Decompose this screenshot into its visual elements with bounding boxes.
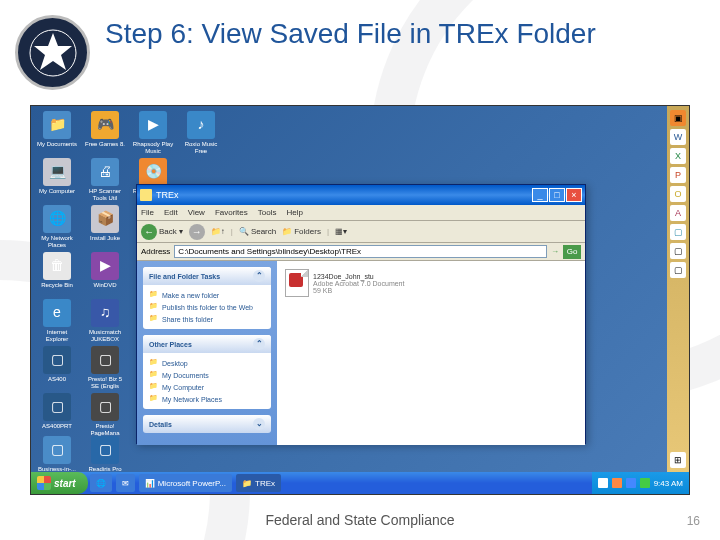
menu-item[interactable]: Edit xyxy=(164,208,178,217)
close-button[interactable]: × xyxy=(566,188,582,202)
place-link[interactable]: 📁Desktop xyxy=(149,357,265,369)
tray-icon[interactable] xyxy=(598,478,608,488)
desktop-screenshot: 📁My Documents🎮Free Games 8.▶Rhapsody Pla… xyxy=(30,105,690,495)
desktop-icon[interactable]: 🖨HP Scanner Tools Util xyxy=(84,158,126,201)
toolbar: ←Back ▾ → 📁↑ | 🔍Search 📁Folders | ▦▾ xyxy=(137,221,585,243)
desktop-icon[interactable]: 📦Install Juke xyxy=(84,205,126,242)
tray-icon[interactable] xyxy=(612,478,622,488)
window-title: TREx xyxy=(156,190,179,200)
slide-footer: Federal and State Compliance xyxy=(0,512,720,528)
app-icon[interactable]: ▢ xyxy=(670,262,686,278)
windows-icon xyxy=(37,476,51,490)
desktop-icon[interactable]: ▢Business-in-... xyxy=(36,436,78,473)
go-button[interactable]: Go xyxy=(563,245,581,259)
folders-button[interactable]: 📁Folders xyxy=(282,227,321,236)
desktop-icon[interactable]: eInternet Explorer xyxy=(36,299,78,342)
file-type: Adobe Acrobat 7.0 Document xyxy=(313,280,404,287)
excel-icon[interactable]: X xyxy=(670,148,686,164)
panel-header-details[interactable]: Details⌄ xyxy=(143,415,271,433)
clock[interactable]: 9:43 AM xyxy=(654,479,683,488)
menu-item[interactable]: Help xyxy=(286,208,302,217)
desktop-icon[interactable]: ▢AS400PRT xyxy=(36,393,78,430)
office-shortcut-bar: ▣ W X P O A ▢ ▢ ▢ ⊞ xyxy=(667,106,689,474)
file-item[interactable]: 1234Doe_John_stu Adobe Acrobat 7.0 Docum… xyxy=(285,269,577,297)
desktop-icon[interactable]: ▢Presto! PageMana xyxy=(84,393,126,436)
back-button[interactable]: ←Back ▾ xyxy=(141,224,183,240)
forward-button[interactable]: → xyxy=(189,224,205,240)
maximize-button[interactable]: □ xyxy=(549,188,565,202)
place-link[interactable]: 📁My Computer xyxy=(149,381,265,393)
taskbar-item[interactable]: 📁TREx xyxy=(236,474,281,492)
desktop-icon[interactable]: 🎮Free Games 8. xyxy=(84,111,126,148)
desktop-icon[interactable]: ▢Readiris Pro xyxy=(84,436,126,473)
search-button[interactable]: 🔍Search xyxy=(239,227,276,236)
views-button[interactable]: ▦▾ xyxy=(335,227,347,236)
outlook-icon[interactable]: O xyxy=(670,186,686,202)
address-label: Address xyxy=(141,247,170,256)
taskbar: start 🌐 ✉ 📊Microsoft PowerP... 📁TREx 9:4… xyxy=(31,472,689,494)
start-button[interactable]: start xyxy=(31,472,88,494)
ms-icon[interactable]: ⊞ xyxy=(670,452,686,468)
word-icon[interactable]: W xyxy=(670,129,686,145)
file-list[interactable]: 1234Doe_John_stu Adobe Acrobat 7.0 Docum… xyxy=(277,261,585,445)
pdf-icon xyxy=(285,269,309,297)
explorer-window: TREx _ □ × FileEditViewFavoritesToolsHel… xyxy=(136,184,586,444)
quick-launch-icon[interactable]: ✉ xyxy=(116,474,135,492)
menu-item[interactable]: File xyxy=(141,208,154,217)
file-size: 59 KB xyxy=(313,287,404,294)
office-icon[interactable]: ▣ xyxy=(670,110,686,126)
tray-icon[interactable] xyxy=(626,478,636,488)
up-button[interactable]: 📁↑ xyxy=(211,227,225,236)
task-link[interactable]: 📁Share this folder xyxy=(149,313,265,325)
quick-launch-icon[interactable]: 🌐 xyxy=(90,474,112,492)
desktop-icon[interactable]: ▶Rhapsody Play Music xyxy=(132,111,174,154)
desktop-icon[interactable]: 🗑Recycle Bin xyxy=(36,252,78,289)
desktop-icon[interactable]: ♪Roxio Music Free xyxy=(180,111,222,154)
tray-icon[interactable] xyxy=(640,478,650,488)
windows-desktop[interactable]: 📁My Documents🎮Free Games 8.▶Rhapsody Pla… xyxy=(31,106,689,494)
task-link[interactable]: 📁Make a new folder xyxy=(149,289,265,301)
desktop-icon[interactable]: 🌐My Network Places xyxy=(36,205,78,248)
desktop-icon[interactable]: 💻My Computer xyxy=(36,158,78,195)
chevron-up-icon: ⌃ xyxy=(253,338,265,350)
chevron-up-icon: ⌃ xyxy=(253,270,265,282)
task-link[interactable]: 📁Publish this folder to the Web xyxy=(149,301,265,313)
powerpoint-icon[interactable]: P xyxy=(670,167,686,183)
taskbar-item[interactable]: 📊Microsoft PowerP... xyxy=(139,474,232,492)
desktop-icon[interactable]: ▢AS400 xyxy=(36,346,78,383)
minimize-button[interactable]: _ xyxy=(532,188,548,202)
panel-header-places[interactable]: Other Places⌃ xyxy=(143,335,271,353)
file-name: 1234Doe_John_stu xyxy=(313,273,404,280)
app-icon[interactable]: ▢ xyxy=(670,243,686,259)
hisd-logo xyxy=(15,15,90,90)
access-icon[interactable]: A xyxy=(670,205,686,221)
menu-bar: FileEditViewFavoritesToolsHelp xyxy=(137,205,585,221)
menu-item[interactable]: View xyxy=(188,208,205,217)
menu-item[interactable]: Tools xyxy=(258,208,277,217)
menu-item[interactable]: Favorites xyxy=(215,208,248,217)
address-input[interactable] xyxy=(174,245,547,258)
desktop-icon[interactable]: ▶WinDVD xyxy=(84,252,126,289)
publisher-icon[interactable]: ▢ xyxy=(670,224,686,240)
system-tray[interactable]: 9:43 AM xyxy=(592,472,689,494)
page-number: 16 xyxy=(687,514,700,528)
tasks-sidebar: File and Folder Tasks⌃ 📁Make a new folde… xyxy=(137,261,277,445)
chevron-down-icon: ⌄ xyxy=(253,418,265,430)
desktop-icon[interactable]: 📁My Documents xyxy=(36,111,78,148)
desktop-icon[interactable]: ▢Presto! Biz 5 SE (Englis xyxy=(84,346,126,389)
slide-title: Step 6: View Saved File in TREx Folder xyxy=(105,18,596,50)
place-link[interactable]: 📁My Documents xyxy=(149,369,265,381)
place-link[interactable]: 📁My Network Places xyxy=(149,393,265,405)
desktop-icon[interactable]: ♫Musicmatch JUKEBOX xyxy=(84,299,126,342)
panel-header-tasks[interactable]: File and Folder Tasks⌃ xyxy=(143,267,271,285)
window-titlebar[interactable]: TREx _ □ × xyxy=(137,185,585,205)
folder-icon xyxy=(140,189,152,201)
address-bar: Address → Go xyxy=(137,243,585,261)
